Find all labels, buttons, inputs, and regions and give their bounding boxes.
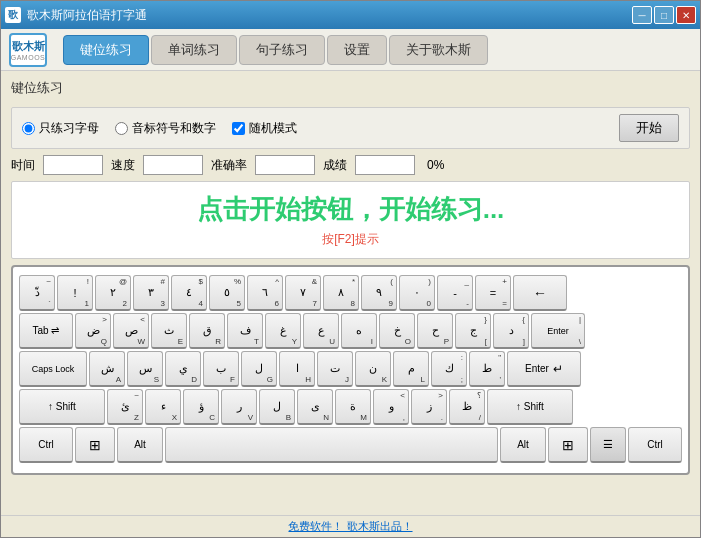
key-tab[interactable]: Tab ⇌ <box>19 313 73 349</box>
key-k[interactable]: ن K <box>355 351 391 387</box>
key-backtick[interactable]: ~ ذّ ` <box>19 275 55 311</box>
key-f[interactable]: ب F <box>203 351 239 387</box>
logo-text-bottom: GAMOOS <box>11 54 46 61</box>
key-n[interactable]: ى N <box>297 389 333 425</box>
key-2[interactable]: @ ٢ 2 <box>95 275 131 311</box>
time-input[interactable] <box>43 155 103 175</box>
key-e[interactable]: ث E <box>151 313 187 349</box>
window-title: 歌木斯阿拉伯语打字通 <box>27 7 630 24</box>
tab-about[interactable]: 关于歌木斯 <box>389 35 488 65</box>
hint-key: [F2] <box>334 232 355 246</box>
key-enter[interactable]: | Enter \ <box>531 313 585 349</box>
key-1[interactable]: ! ! 1 <box>57 275 93 311</box>
key-ctrl-right[interactable]: Ctrl <box>628 427 682 463</box>
key-p[interactable]: ح P <box>417 313 453 349</box>
hint-prefix: 按 <box>322 232 334 246</box>
key-w[interactable]: < ص W <box>113 313 149 349</box>
key-s[interactable]: س S <box>127 351 163 387</box>
key-lbracket[interactable]: } ج [ <box>455 313 491 349</box>
logo-text-top: 歌木斯 <box>12 39 45 54</box>
key-0[interactable]: ) ٠ 0 <box>399 275 435 311</box>
key-j[interactable]: ت J <box>317 351 353 387</box>
status-text: 免费软件！ 歌木斯出品！ <box>288 520 412 532</box>
key-h[interactable]: ا H <box>279 351 315 387</box>
key-comma[interactable]: < و , <box>373 389 409 425</box>
key-shift-left[interactable]: ↑ Shift <box>19 389 105 425</box>
key-8[interactable]: * ٨ 8 <box>323 275 359 311</box>
key-4[interactable]: $ ٤ 4 <box>171 275 207 311</box>
minimize-button[interactable]: ─ <box>632 6 652 24</box>
hint-text: 按[F2]提示 <box>322 231 379 248</box>
key-slash[interactable]: ؟ ظ / <box>449 389 485 425</box>
score-input[interactable] <box>355 155 415 175</box>
key-d[interactable]: ي D <box>165 351 201 387</box>
key-space[interactable] <box>165 427 498 463</box>
key-y[interactable]: غ Y <box>265 313 301 349</box>
key-t[interactable]: ف T <box>227 313 263 349</box>
key-m[interactable]: ة M <box>335 389 371 425</box>
key-enter-main[interactable]: Enter ↵ <box>507 351 581 387</box>
radio-letters[interactable]: 只练习字母 <box>22 120 99 137</box>
key-backspace[interactable]: ← <box>513 275 567 311</box>
radio-symbols-label: 音标符号和数字 <box>132 120 216 137</box>
key-6[interactable]: ^ ٦ 6 <box>247 275 283 311</box>
key-9[interactable]: ( ٩ 9 <box>361 275 397 311</box>
key-win-right[interactable]: ⊞ <box>548 427 588 463</box>
key-a[interactable]: ش A <box>89 351 125 387</box>
key-b[interactable]: ل B <box>259 389 295 425</box>
key-g[interactable]: ل G <box>241 351 277 387</box>
keyboard-container: ~ ذّ ` ! ! 1 @ ٢ 2 # ٣ 3 <box>11 265 690 475</box>
random-mode-label: 随机模式 <box>249 120 297 137</box>
practice-display: 点击开始按钮，开始练习... 按[F2]提示 <box>11 181 690 259</box>
menu-bar: 歌木斯 GAMOOS 键位练习 单词练习 句子练习 设置 关于歌木斯 <box>1 29 700 71</box>
key-r[interactable]: ق R <box>189 313 225 349</box>
key-minus[interactable]: _ - - <box>437 275 473 311</box>
key-u[interactable]: ع U <box>303 313 339 349</box>
key-alt-right[interactable]: Alt <box>500 427 546 463</box>
key-3[interactable]: # ٣ 3 <box>133 275 169 311</box>
tab-sentences[interactable]: 句子练习 <box>239 35 325 65</box>
key-menu[interactable]: ☰ <box>590 427 626 463</box>
radio-symbols[interactable]: 音标符号和数字 <box>115 120 216 137</box>
key-equals[interactable]: + = = <box>475 275 511 311</box>
key-alt-left[interactable]: Alt <box>117 427 163 463</box>
maximize-button[interactable]: □ <box>654 6 674 24</box>
start-button[interactable]: 开始 <box>619 114 679 142</box>
key-semicolon[interactable]: : ك ; <box>431 351 467 387</box>
close-button[interactable]: ✕ <box>676 6 696 24</box>
tab-settings[interactable]: 设置 <box>327 35 387 65</box>
key-l[interactable]: م L <box>393 351 429 387</box>
stats-row: 时间 速度 准确率 成绩 0% <box>11 155 690 175</box>
key-o[interactable]: خ O <box>379 313 415 349</box>
key-win-left[interactable]: ⊞ <box>75 427 115 463</box>
key-q[interactable]: > ض Q <box>75 313 111 349</box>
key-rbracket[interactable]: { د ] <box>493 313 529 349</box>
checkbox-random[interactable]: 随机模式 <box>232 120 297 137</box>
radio-symbols-input[interactable] <box>115 122 128 135</box>
key-caps-lock[interactable]: Caps Lock <box>19 351 87 387</box>
main-content: 键位练习 只练习字母 音标符号和数字 随机模式 开始 时间 速度 准 <box>1 71 700 515</box>
practice-text: 点击开始按钮，开始练习... <box>197 192 505 227</box>
key-x[interactable]: ء X <box>145 389 181 425</box>
key-7[interactable]: & ٧ 7 <box>285 275 321 311</box>
random-mode-checkbox[interactable] <box>232 122 245 135</box>
tab-words[interactable]: 单词练习 <box>151 35 237 65</box>
key-v[interactable]: ر V <box>221 389 257 425</box>
radio-letters-input[interactable] <box>22 122 35 135</box>
accuracy-input[interactable] <box>255 155 315 175</box>
key-z[interactable]: ~ ئ Z <box>107 389 143 425</box>
key-c[interactable]: ؤ C <box>183 389 219 425</box>
key-shift-right[interactable]: ↑ Shift <box>487 389 573 425</box>
key-5[interactable]: % ٥ 5 <box>209 275 245 311</box>
app-icon: 歌 <box>5 7 21 23</box>
options-row: 只练习字母 音标符号和数字 随机模式 开始 <box>11 107 690 149</box>
key-ctrl-left[interactable]: Ctrl <box>19 427 73 463</box>
key-i[interactable]: ه I <box>341 313 377 349</box>
key-period[interactable]: > ز . <box>411 389 447 425</box>
percent-display: 0% <box>427 158 444 172</box>
key-quote[interactable]: " ط ' <box>469 351 505 387</box>
tab-keys[interactable]: 键位练习 <box>63 35 149 65</box>
speed-input[interactable] <box>143 155 203 175</box>
kb-row-5: Ctrl ⊞ Alt Alt ⊞ ☰ Ctrl <box>19 427 682 463</box>
kb-row-1: ~ ذّ ` ! ! 1 @ ٢ 2 # ٣ 3 <box>19 275 682 311</box>
